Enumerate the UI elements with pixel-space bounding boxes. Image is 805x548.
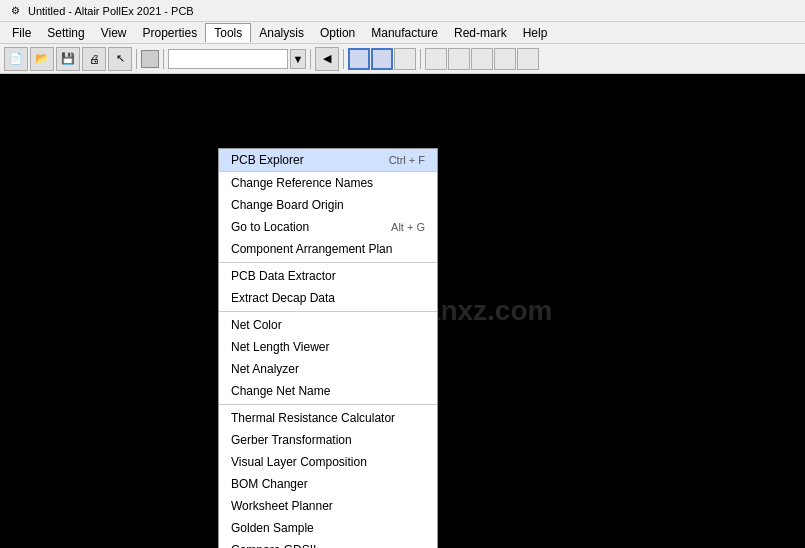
sep-2 — [219, 311, 437, 312]
menu-golden-sample[interactable]: Golden Sample — [219, 517, 437, 539]
toolbar-view-3[interactable] — [394, 48, 416, 70]
toolbar-dropdown-arrow[interactable]: ▼ — [290, 49, 306, 69]
tools-dropdown: PCB Explorer Ctrl + F Change Reference N… — [218, 148, 438, 548]
toolbar-view-1[interactable] — [348, 48, 370, 70]
menu-properties[interactable]: Properties — [135, 24, 206, 42]
menu-net-color[interactable]: Net Color — [219, 314, 437, 336]
menu-net-length-viewer[interactable]: Net Length Viewer — [219, 336, 437, 358]
dropdown-header-label: PCB Explorer — [231, 153, 304, 167]
menu-setting[interactable]: Setting — [39, 24, 92, 42]
toolbar-extra-3[interactable] — [471, 48, 493, 70]
app-icon: ⚙ — [8, 4, 22, 18]
menu-view[interactable]: View — [93, 24, 135, 42]
dropdown-header-pcb-explorer[interactable]: PCB Explorer Ctrl + F — [219, 149, 437, 172]
menu-extract-decap[interactable]: Extract Decap Data — [219, 287, 437, 309]
sep-1 — [219, 262, 437, 263]
toolbar-extra-5[interactable] — [517, 48, 539, 70]
toolbar-open[interactable]: 📂 — [30, 47, 54, 71]
menu-bom-changer[interactable]: BOM Changer — [219, 473, 437, 495]
toolbar-extra-2[interactable] — [448, 48, 470, 70]
go-to-location-shortcut: Alt + G — [391, 221, 425, 233]
menu-thermal-resistance[interactable]: Thermal Resistance Calculator — [219, 407, 437, 429]
toolbar-extra-group — [425, 48, 539, 70]
menu-file[interactable]: File — [4, 24, 39, 42]
sep-3 — [219, 404, 437, 405]
toolbar-sep-5 — [420, 49, 421, 69]
menu-compare-gdsii[interactable]: Compare GDSII — [219, 539, 437, 548]
menu-manufacture[interactable]: Manufacture — [363, 24, 446, 42]
window-title: Untitled - Altair PollEx 2021 - PCB — [28, 5, 194, 17]
toolbar-sep-3 — [310, 49, 311, 69]
title-bar: ⚙ Untitled - Altair PollEx 2021 - PCB — [0, 0, 805, 22]
menu-option[interactable]: Option — [312, 24, 363, 42]
toolbar-select[interactable]: ↖ — [108, 47, 132, 71]
menu-worksheet-planner[interactable]: Worksheet Planner — [219, 495, 437, 517]
menu-gerber-transformation[interactable]: Gerber Transformation — [219, 429, 437, 451]
menu-net-analyzer[interactable]: Net Analyzer — [219, 358, 437, 380]
menu-change-board-origin[interactable]: Change Board Origin — [219, 194, 437, 216]
toolbar-view-group — [348, 48, 416, 70]
menu-tools[interactable]: Tools — [205, 23, 251, 42]
menu-redmark[interactable]: Red-mark — [446, 24, 515, 42]
menu-go-to-location[interactable]: Go to Location Alt + G — [219, 216, 437, 238]
menu-component-arrangement[interactable]: Component Arrangement Plan — [219, 238, 437, 260]
toolbar-print[interactable]: 🖨 — [82, 47, 106, 71]
toolbar-sep-2 — [163, 49, 164, 69]
dropdown-header-shortcut: Ctrl + F — [389, 154, 425, 166]
toolbar-extra-1[interactable] — [425, 48, 447, 70]
menu-change-reference-names[interactable]: Change Reference Names — [219, 172, 437, 194]
menu-analysis[interactable]: Analysis — [251, 24, 312, 42]
toolbar-sep-1 — [136, 49, 137, 69]
menu-help[interactable]: Help — [515, 24, 556, 42]
toolbar-save[interactable]: 💾 — [56, 47, 80, 71]
toolbar-view-2[interactable] — [371, 48, 393, 70]
layer-selector[interactable] — [168, 49, 288, 69]
menu-pcb-data-extractor[interactable]: PCB Data Extractor — [219, 265, 437, 287]
toolbar: 📄 📂 💾 🖨 ↖ ▼ ◀ — [0, 44, 805, 74]
menu-visual-layer[interactable]: Visual Layer Composition — [219, 451, 437, 473]
toolbar-sep-4 — [343, 49, 344, 69]
toolbar-unknown1[interactable] — [141, 50, 159, 68]
toolbar-extra-4[interactable] — [494, 48, 516, 70]
toolbar-nav[interactable]: ◀ — [315, 47, 339, 71]
main-canvas: 安下载 anxz.com PCB Explorer Ctrl + F Chang… — [0, 74, 805, 548]
toolbar-new[interactable]: 📄 — [4, 47, 28, 71]
menu-bar: File Setting View Properties Tools Analy… — [0, 22, 805, 44]
menu-change-net-name[interactable]: Change Net Name — [219, 380, 437, 402]
